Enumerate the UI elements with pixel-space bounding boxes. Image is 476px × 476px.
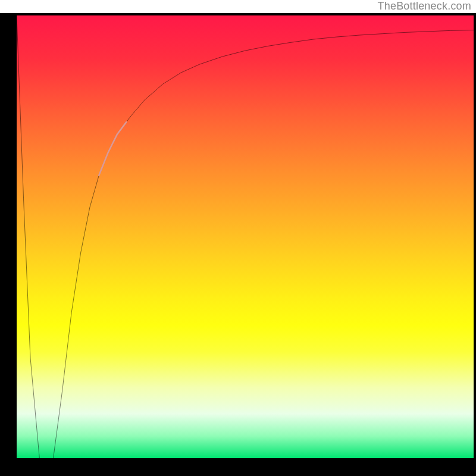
highlight-segment [99, 122, 126, 176]
bottleneck-curve [17, 15, 474, 458]
plot-area [17, 15, 474, 458]
chart-stage: TheBottleneck.com [0, 0, 476, 476]
brand-watermark: TheBottleneck.com [378, 0, 471, 13]
plot-frame [0, 13, 476, 476]
curve-layer [17, 15, 474, 458]
